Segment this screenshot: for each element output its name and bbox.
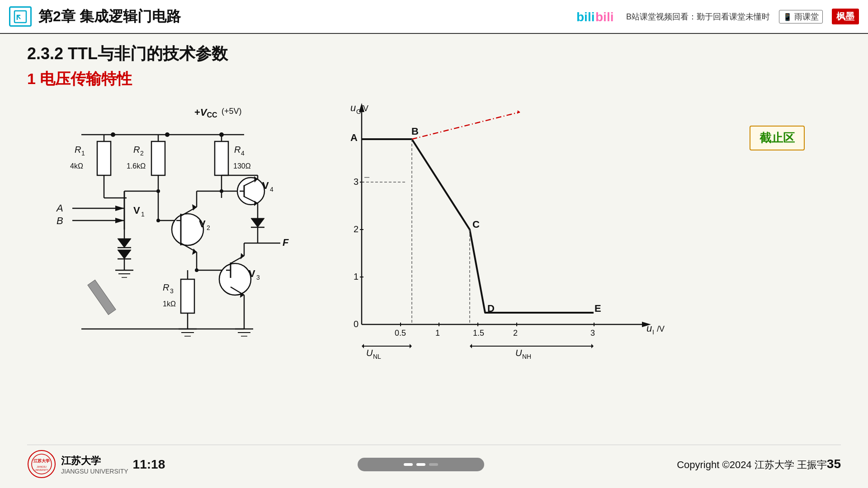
svg-text:0: 0 bbox=[354, 319, 359, 329]
svg-line-140 bbox=[412, 112, 520, 139]
svg-text:3: 3 bbox=[256, 274, 260, 281]
svg-text:A: A bbox=[350, 132, 358, 143]
svg-marker-31 bbox=[115, 206, 124, 211]
svg-text:1.5: 1.5 bbox=[473, 328, 484, 338]
svg-rect-49 bbox=[88, 280, 116, 314]
svg-marker-88 bbox=[251, 218, 264, 227]
rain-icon: 📱 bbox=[783, 13, 792, 21]
svg-text:3: 3 bbox=[354, 177, 359, 187]
svg-text:4: 4 bbox=[270, 186, 274, 193]
svg-text:UNIVERSITY: UNIVERSITY bbox=[35, 469, 49, 471]
footer-copyright: Copyright ©2024 江苏大学 王振宇35 bbox=[677, 457, 841, 472]
svg-text:F: F bbox=[283, 237, 289, 248]
svg-rect-22 bbox=[215, 141, 228, 175]
footer: 江苏大学 JIANGSU UNIVERSITY 江苏大学 JIANGSU UNI… bbox=[27, 445, 841, 483]
svg-text:V: V bbox=[249, 268, 255, 279]
svg-text:1kΩ: 1kΩ bbox=[163, 300, 176, 308]
svg-point-159 bbox=[28, 450, 55, 478]
university-name-cn: 江苏大学 bbox=[61, 454, 128, 468]
rain-class-badge: 📱 雨课堂 bbox=[779, 10, 823, 23]
svg-text:U: U bbox=[366, 348, 373, 358]
svg-marker-41 bbox=[118, 239, 131, 248]
svg-text:3: 3 bbox=[590, 328, 595, 338]
svg-point-8 bbox=[165, 132, 170, 137]
progress-dot-1 bbox=[404, 463, 413, 466]
svg-text:u: u bbox=[350, 102, 356, 113]
svg-marker-34 bbox=[115, 218, 124, 223]
svg-point-94 bbox=[219, 263, 251, 295]
cutoff-text: 截止区 bbox=[760, 131, 795, 145]
svg-text:(+5V): (+5V) bbox=[222, 107, 242, 116]
svg-text:130Ω: 130Ω bbox=[233, 162, 251, 170]
svg-text:1.6kΩ: 1.6kΩ bbox=[127, 162, 146, 170]
content-area: +VCC (+5V) R 1 4kΩ R 2 bbox=[27, 99, 841, 442]
graph-area: 截止区 u O /V u I /V bbox=[326, 99, 841, 442]
svg-text:C: C bbox=[472, 219, 480, 230]
svg-text:A: A bbox=[56, 202, 63, 214]
logo-icon bbox=[9, 6, 32, 27]
svg-point-37 bbox=[156, 189, 160, 193]
section-subtitle: 1 电压传输特性 bbox=[27, 69, 841, 89]
svg-text:2: 2 bbox=[140, 150, 144, 157]
svg-text:bili: bili bbox=[595, 10, 613, 24]
svg-point-7 bbox=[111, 132, 115, 137]
svg-text:R: R bbox=[234, 145, 241, 155]
footer-time: 11:18 bbox=[133, 457, 165, 472]
svg-text:江苏大学: 江苏大学 bbox=[33, 459, 50, 463]
svg-text:D: D bbox=[487, 303, 495, 314]
svg-text:NL: NL bbox=[373, 353, 381, 360]
header-right: bili bili B站课堂视频回看：勤于回看课堂未懂时 📱 雨课堂 枫墨 bbox=[576, 8, 859, 26]
svg-rect-0 bbox=[14, 11, 26, 23]
university-name-en: JIANGSU UNIVERSITY bbox=[61, 468, 128, 475]
section-title: 2.3.2 TTL与非门的技术参数 bbox=[27, 43, 841, 65]
bilibili-subtext: B站课堂视频回看：勤于回看课堂未懂时 bbox=[626, 11, 770, 22]
cutoff-label-box: 截止区 bbox=[750, 126, 805, 150]
svg-text:+VCC: +VCC bbox=[194, 107, 217, 119]
svg-marker-156 bbox=[591, 344, 594, 348]
svg-text:u: u bbox=[646, 323, 652, 334]
svg-rect-10 bbox=[97, 141, 111, 175]
svg-marker-141 bbox=[517, 110, 520, 114]
svg-text:1: 1 bbox=[354, 272, 359, 282]
svg-marker-150 bbox=[362, 344, 364, 348]
svg-rect-66 bbox=[181, 279, 194, 313]
svg-text:bili: bili bbox=[576, 10, 594, 24]
svg-text:4: 4 bbox=[241, 150, 245, 157]
circuit-area: +VCC (+5V) R 1 4kΩ R 2 bbox=[27, 99, 307, 442]
svg-text:1: 1 bbox=[81, 150, 85, 157]
svg-marker-155 bbox=[470, 344, 472, 348]
svg-text:1: 1 bbox=[435, 328, 440, 338]
svg-text:B: B bbox=[57, 215, 63, 226]
brand-badge: 枫墨 bbox=[832, 9, 859, 24]
svg-text:E: E bbox=[594, 303, 601, 314]
svg-text:JIANGSU: JIANGSU bbox=[37, 465, 47, 468]
svg-text:4kΩ: 4kΩ bbox=[70, 162, 83, 170]
chapter-title: 第2章 集成逻辑门电路 bbox=[38, 7, 181, 27]
svg-text:1: 1 bbox=[141, 211, 145, 218]
logo-area: 第2章 集成逻辑门电路 bbox=[9, 6, 181, 27]
svg-marker-151 bbox=[410, 344, 412, 348]
svg-text:U: U bbox=[515, 348, 522, 358]
svg-text:R: R bbox=[163, 282, 169, 292]
svg-rect-16 bbox=[151, 141, 165, 175]
svg-text:0.5: 0.5 bbox=[395, 328, 406, 338]
svg-text:NH: NH bbox=[522, 353, 531, 360]
progress-dot-2 bbox=[416, 463, 425, 466]
svg-text:R: R bbox=[75, 145, 81, 155]
svg-text:2: 2 bbox=[207, 224, 210, 231]
svg-marker-43 bbox=[118, 250, 131, 259]
university-seal: 江苏大学 JIANGSU UNIVERSITY bbox=[27, 450, 57, 479]
graph-svg: u O /V u I /V 0 1 2 3 bbox=[326, 99, 665, 361]
svg-text:I: I bbox=[652, 328, 654, 336]
svg-text:V: V bbox=[133, 205, 140, 216]
svg-text:2: 2 bbox=[513, 328, 518, 338]
university-info: 江苏大学 JIANGSU UNIVERSITY bbox=[61, 454, 128, 475]
main-content: 2.3.2 TTL与非门的技术参数 1 电压传输特性 +VCC (+5V) R … bbox=[0, 34, 868, 488]
svg-text:B: B bbox=[411, 126, 419, 137]
footer-left: 江苏大学 JIANGSU UNIVERSITY 江苏大学 JIANGSU UNI… bbox=[27, 450, 165, 479]
progress-dot-3 bbox=[429, 463, 438, 466]
progress-bar bbox=[358, 458, 484, 471]
svg-text:/V: /V bbox=[361, 104, 368, 113]
circuit-svg: +VCC (+5V) R 1 4kΩ R 2 bbox=[27, 99, 307, 361]
svg-text:2: 2 bbox=[354, 224, 359, 234]
